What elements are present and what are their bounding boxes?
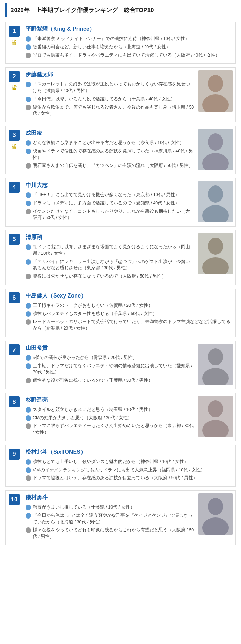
- rank-left-9: 9: [6, 445, 23, 486]
- svg-point-4: [208, 133, 223, 151]
- rank-number-5: 5: [9, 234, 20, 245]
- comment-4-2: ドラマにコメディに、多方面で活躍しているので（愛知県 / 40代 / 女性）: [26, 200, 194, 207]
- actor-photo-4: [197, 178, 235, 226]
- rank-item-5: 5清原翔朝ドラに出演し以降、さまざまな場面でよく見かけるようになったから（岡山県…: [5, 230, 236, 285]
- photo-placeholder-10: [198, 493, 233, 535]
- comment-text-7-3: 個性的な役が印象に残っているので（千葉県 / 30代 / 男性）: [33, 377, 194, 384]
- rank-left-1: 1♛: [6, 22, 23, 63]
- rank-content-2: 伊藤健太郎『スカーレット』の終盤では彼が主役といってもおかしくない存在感を見せつ…: [23, 68, 197, 122]
- comment-dot-6-3: [26, 319, 31, 325]
- photo-placeholder-7: [198, 344, 233, 385]
- comment-8-2: CMの効果が大きいと思う（大阪府 / 30代 / 女性）: [26, 415, 194, 421]
- photo-placeholder-4: [198, 181, 233, 222]
- comment-dot-3-2: [26, 149, 31, 154]
- comment-text-4-2: ドラマにコメディに、多方面で活躍しているので（愛知県 / 40代 / 女性）: [33, 200, 194, 207]
- comment-text-10-1: 演技がうまいし推している（千葉県 / 10代 / 女性）: [33, 504, 194, 511]
- rank-number-6: 6: [9, 292, 20, 303]
- crown-icon-3: ♛: [11, 142, 17, 151]
- rank-left-2: 2♛: [6, 68, 23, 122]
- comment-10-1: 演技がうまいし推している（千葉県 / 10代 / 女性）: [26, 504, 194, 511]
- comment-dot-9-2: [26, 467, 31, 473]
- actor-name-4: 中川大志: [26, 182, 194, 189]
- comment-dot-9-1: [26, 459, 31, 465]
- comment-9-1: 演技もとても上手いし、歌やダンスも魅力的だから（神奈川県 / 10代 / 女性）: [26, 459, 232, 465]
- rank-content-9: 松村北斗（SixTONES）演技もとても上手いし、歌やダンスも魅力的だから（神奈…: [23, 445, 235, 486]
- rank-content-6: 中島健人（Sexy Zone）王子様キャラのトークがおもしろい（佐賀県 / 20…: [23, 289, 235, 337]
- comment-text-3-2: 映画やドラマで個性的で存在感のある演技を発揮していた（神奈川県 / 40代 / …: [33, 148, 194, 161]
- comment-dot-7-1: [26, 355, 31, 361]
- rank-content-8: 杉野遥亮スタイルと顔立ちがきれいだと思う（埼玉県 / 10代 / 男性）CMの効…: [23, 393, 197, 441]
- comment-text-2-3: 硬派から軟派まで、何でも演じれる役者さん、今後の作品も楽しみ（埼玉県 / 50代…: [33, 104, 194, 117]
- rank-item-10: 10磯村勇斗演技がうまいし推している（千葉県 / 10代 / 女性）『今日から俺…: [5, 490, 236, 545]
- comment-7-3: 個性的な役が印象に残っているので（千葉県 / 30代 / 男性）: [26, 377, 194, 384]
- comment-text-8-3: ドラマに限らずバラエティーもたくさん出始めめいたと思うから（東京都 / 30代 …: [33, 423, 194, 436]
- rank-number-9: 9: [9, 449, 20, 460]
- comment-7-1: 9係での演技が良かったから（青森県 / 20代 / 男性）: [26, 354, 194, 361]
- comment-9-2: ViViのイケメンランキングにも入りドラマにも出て人気急上昇（福岡県 / 10代…: [26, 467, 232, 473]
- comment-dot-1-1: [26, 36, 31, 42]
- actor-name-5: 清原翔: [26, 234, 194, 241]
- comment-dot-10-1: [26, 505, 31, 510]
- comment-text-8-2: CMの効果が大きいと思う（大阪府 / 30代 / 女性）: [33, 415, 194, 421]
- actor-name-3: 成田凌: [26, 130, 194, 137]
- rank-number-7: 7: [9, 344, 20, 355]
- actor-name-7: 山田裕貴: [26, 344, 194, 352]
- actor-photo-5: [197, 230, 235, 285]
- rank-number-1: 1: [9, 26, 20, 37]
- rank-content-10: 磯村勇斗演技がうまいし推している（千葉県 / 10代 / 女性）『今日から俺は!…: [23, 491, 197, 545]
- comment-text-5-2: 『アリバイ』にレギュラー出演しながら『恋つづ』へのゲスト出演が、今勢いあるんだな…: [33, 259, 194, 272]
- comment-1-1: 『未満警察 ミッドナイトランナー』での演技に期待（神奈川県 / 10代 / 女性…: [26, 36, 232, 42]
- comment-text-3-1: どんな役柄にも染まることが出来る方だと思うから（奈良県 / 10代 / 女性）: [33, 140, 194, 146]
- comment-text-2-1: 『スカーレット』の終盤では彼が主役といってもおかしくない存在感を見せつけた（滋賀…: [33, 81, 194, 94]
- comment-dot-3-3: [26, 163, 31, 169]
- comment-dot-4-3: [26, 209, 31, 214]
- rankings-container: 1♛平野紫耀（King & Prince）『未満警察 ミッドナイトランナー』での…: [5, 22, 236, 545]
- rank-item-2: 2♛伊藤健太郎『スカーレット』の終盤では彼が主役といってもおかしくない存在感を見…: [5, 67, 236, 122]
- comment-dot-6-2: [26, 311, 31, 317]
- actor-photo-8: [197, 393, 235, 441]
- comment-2-2: 『今日俺』以降、いろんな役で活躍してるから（千葉県 / 40代 / 女性）: [26, 96, 194, 102]
- comment-dot-6-1: [26, 303, 31, 309]
- photo-placeholder-5: [198, 233, 233, 274]
- comment-6-1: 王子様キャラのトークがおもしろい（佐賀県 / 20代 / 女性）: [26, 302, 232, 309]
- page-title: 2020年 上半期ブレイク俳優ランキング 総合TOP10: [5, 3, 236, 17]
- comment-text-7-1: 9係での演技が良かったから（青森県 / 20代 / 男性）: [33, 354, 194, 361]
- rank-item-9: 9松村北斗（SixTONES）演技もとても上手いし、歌やダンスも魅力的だから（神…: [5, 445, 236, 487]
- crown-icon-1: ♛: [11, 38, 17, 47]
- comment-text-6-3: レッドカーペットのリポートで英会話で行っていたり、未満警察のドラマ主演などなど活…: [33, 319, 232, 332]
- actor-name-10: 磯村勇斗: [26, 494, 194, 501]
- comment-6-2: 演技もバラエティもスター性を感じる（千葉県 / 50代 / 女性）: [26, 311, 232, 317]
- comment-dot-8-3: [26, 423, 31, 429]
- rank-item-3: 3♛成田凌どんな役柄にも染まることが出来る方だと思うから（奈良県 / 10代 /…: [5, 126, 236, 174]
- actor-photo-3: [197, 126, 235, 174]
- actor-photo-7: [197, 341, 235, 389]
- comment-dot-5-3: [26, 274, 31, 279]
- comment-text-9-3: ドラマで脇役とはいえ、存在感のある演技が目立っている（大阪府 / 50代 / 男…: [33, 475, 232, 481]
- comment-dot-4-1: [26, 192, 31, 198]
- comment-5-1: 朝ドラに出演し以降、さまざまな場面でよく見かけるようになったから（岡山県 / 1…: [26, 244, 194, 257]
- comment-1-3: ソロでも活躍も多く、ドラマやバラエティにも出ていて活躍している（大阪府 / 40…: [26, 52, 232, 59]
- comment-dot-7-3: [26, 378, 31, 383]
- rank-item-8: 8杉野遥亮スタイルと顔立ちがきれいだと思う（埼玉県 / 10代 / 男性）CMの…: [5, 393, 236, 441]
- comment-10-3: 様々な役をやっていてどれも印象に残るからこれから有望だと思う（大阪府 / 50代…: [26, 527, 194, 540]
- svg-point-1: [208, 75, 223, 92]
- comment-8-3: ドラマに限らずバラエティーもたくさん出始めめいたと思うから（東京都 / 30代 …: [26, 423, 194, 436]
- comment-text-1-3: ソロでも活躍も多く、ドラマやバラエティにも出ていて活躍している（大阪府 / 40…: [33, 52, 232, 59]
- comment-dot-5-2: [26, 259, 31, 265]
- comment-dot-7-2: [26, 363, 31, 369]
- rank-number-4: 4: [9, 182, 20, 193]
- rank-content-5: 清原翔朝ドラに出演し以降、さまざまな場面でよく見かけるようになったから（岡山県 …: [23, 230, 197, 285]
- comment-text-8-1: スタイルと顔立ちがきれいだと思う（埼玉県 / 10代 / 男性）: [33, 406, 194, 413]
- comment-10-2: 『今日から俺は!!』とは全く違う爽やかな刑事を『ケイジとケンジ』で演じきっていた…: [26, 512, 194, 525]
- rank-left-5: 5: [6, 230, 23, 285]
- comment-dot-2-1: [26, 82, 31, 87]
- comment-dot-2-2: [26, 97, 31, 102]
- comment-9-3: ドラマで脇役とはいえ、存在感のある演技が目立っている（大阪府 / 50代 / 男…: [26, 475, 232, 481]
- comment-6-3: レッドカーペットのリポートで英会話で行っていたり、未満警察のドラマ主演などなど活…: [26, 319, 232, 332]
- svg-point-10: [208, 238, 223, 255]
- comment-text-6-1: 王子様キャラのトークがおもしろい（佐賀県 / 20代 / 女性）: [33, 302, 232, 309]
- actor-name-1: 平野紫耀（King & Prince）: [26, 26, 232, 33]
- comment-7-2: 上半期、ドラマだけでなくバラエティや朝の情報番組に出演していた（愛知県 / 30…: [26, 363, 194, 376]
- rank-number-3: 3: [9, 130, 20, 141]
- comment-dot-10-2: [26, 513, 31, 519]
